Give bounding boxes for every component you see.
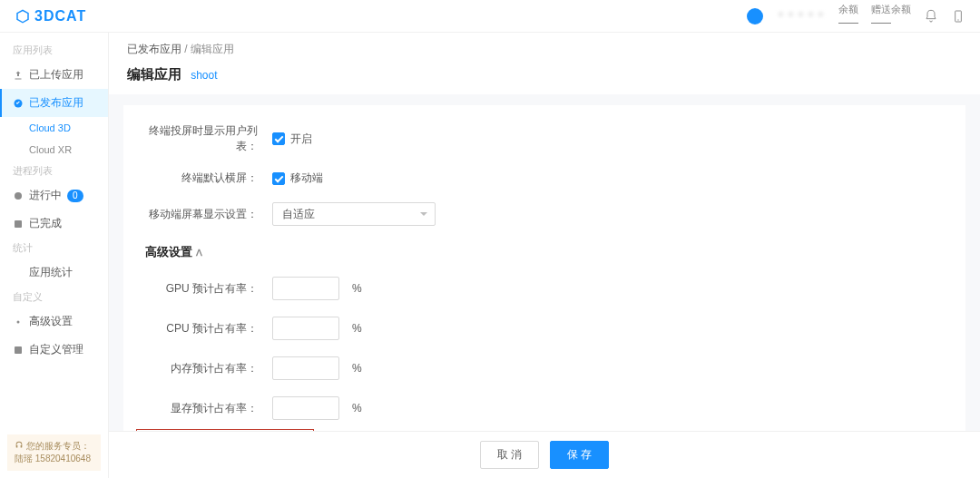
- label-cpu: CPU 预计占有率：: [145, 321, 272, 337]
- save-button[interactable]: 保 存: [550, 441, 609, 469]
- section-advanced[interactable]: 高级设置 ᐱ: [145, 244, 944, 260]
- input-mem[interactable]: [272, 356, 339, 380]
- label-screen-display: 移动端屏幕显示设置：: [145, 207, 272, 222]
- sidebar-group-stat: 统计: [0, 238, 108, 259]
- sidebar-item-finished[interactable]: 已完成: [0, 210, 108, 238]
- loading-icon: [13, 190, 24, 201]
- main: 已发布应用 / 编辑应用 编辑应用 shoot 终端投屏时显示用户列表： 开启 …: [109, 33, 980, 478]
- page-title: 编辑应用 shoot: [109, 66, 980, 94]
- manage-icon: [13, 345, 24, 356]
- pct: %: [352, 282, 362, 295]
- breadcrumb-a[interactable]: 已发布应用: [127, 43, 181, 55]
- sidebar-item-custommgmt[interactable]: 自定义管理: [0, 336, 108, 364]
- highlight-voice: 语音交互 ? ： 开启 目前该功能仅支持包机: [136, 429, 314, 431]
- row-mem: 内存预计占有率： %: [145, 356, 944, 380]
- balance-label: 余额: [838, 4, 858, 15]
- sidebar-item-label: 自定义管理: [29, 342, 83, 357]
- sidebar-sub-cloud3d[interactable]: Cloud 3D: [0, 117, 108, 139]
- service-contact: 陆瑶 15820410648: [15, 454, 91, 463]
- chart-icon: [13, 268, 24, 278]
- sidebar-item-advset[interactable]: 高级设置: [0, 307, 108, 336]
- app-name: shoot: [191, 69, 217, 82]
- content: 终端投屏时显示用户列表： 开启 终端默认横屏： 移动端 移动端屏幕显示设置： 自…: [123, 105, 965, 431]
- input-vram[interactable]: [272, 396, 339, 420]
- balance-stat: 余额 ——: [838, 4, 858, 27]
- sidebar-item-label: 应用统计: [29, 265, 73, 280]
- sidebar-item-label: 高级设置: [29, 314, 73, 329]
- row-vram: 显存预计占有率： %: [145, 396, 944, 420]
- logo-icon: [15, 8, 31, 24]
- checkbox-show-user-list[interactable]: [272, 132, 285, 145]
- sidebar-group-app: 应用列表: [0, 40, 108, 61]
- sidebar-item-uploaded[interactable]: 已上传应用: [0, 61, 108, 89]
- page-title-text: 编辑应用: [127, 66, 181, 82]
- bonus-value: ——: [871, 16, 891, 28]
- done-icon: [13, 219, 24, 229]
- sidebar: 应用列表 已上传应用 已发布应用 Cloud 3D Cloud XR 进程列表 …: [0, 33, 109, 478]
- svg-rect-4: [15, 220, 22, 228]
- sidebar-item-label: 进行中: [29, 188, 62, 203]
- sidebar-group-proc: 进程列表: [0, 161, 108, 181]
- sidebar-item-appstat[interactable]: 应用统计: [0, 259, 108, 287]
- breadcrumb: 已发布应用 / 编辑应用: [109, 33, 980, 66]
- sidebar-item-label: 已完成: [29, 216, 62, 231]
- label-gpu: GPU 预计占有率：: [145, 281, 272, 297]
- balance-value: ——: [838, 16, 858, 28]
- label-default-landscape: 终端默认横屏：: [145, 171, 272, 186]
- checkbox-label: 移动端: [290, 171, 323, 186]
- row-screen-display: 移动端屏幕显示设置： 自适应: [145, 202, 944, 226]
- label-show-user-list: 终端投屏时显示用户列表：: [145, 123, 272, 154]
- select-screen-display[interactable]: 自适应: [272, 202, 436, 226]
- svg-point-3: [15, 192, 22, 200]
- pct: %: [352, 402, 362, 415]
- label-mem: 内存预计占有率：: [145, 361, 272, 376]
- mobile-icon[interactable]: [951, 9, 965, 24]
- pct: %: [352, 322, 362, 335]
- pct: %: [352, 362, 362, 375]
- check-circle-icon: [13, 98, 24, 109]
- bonus-stat: 赠送余额 ——: [871, 4, 911, 27]
- breadcrumb-b: 编辑应用: [191, 43, 234, 55]
- sidebar-item-published[interactable]: 已发布应用: [0, 89, 108, 117]
- brand-text: 3DCAT: [34, 8, 86, 24]
- topbar-right: ＊＊＊＊＊ 余额 —— 赠送余额 ——: [747, 4, 965, 27]
- username: ＊＊＊＊＊: [776, 9, 826, 23]
- label-vram: 显存预计占有率：: [145, 401, 272, 416]
- input-gpu[interactable]: [272, 277, 339, 300]
- sidebar-sub-cloudxr[interactable]: Cloud XR: [0, 139, 108, 161]
- headset-icon: [15, 441, 24, 450]
- sidebar-item-label: 已上传应用: [29, 67, 83, 83]
- footer: 取 消 保 存: [109, 431, 980, 478]
- section-advanced-text: 高级设置: [145, 244, 192, 260]
- service-title: 您的服务专员：: [26, 441, 90, 451]
- checkbox-default-landscape[interactable]: [272, 172, 285, 185]
- topbar: 3DCAT ＊＊＊＊＊ 余额 —— 赠送余额 ——: [0, 0, 980, 33]
- sidebar-item-label: 已发布应用: [29, 95, 83, 111]
- svg-rect-6: [15, 346, 22, 354]
- row-default-landscape: 终端默认横屏： 移动端: [145, 171, 944, 186]
- logo[interactable]: 3DCAT: [15, 8, 86, 24]
- running-badge: 0: [67, 190, 83, 202]
- svg-point-5: [17, 320, 20, 323]
- breadcrumb-sep: /: [184, 43, 187, 55]
- upload-icon: [13, 70, 24, 81]
- shell: 应用列表 已上传应用 已发布应用 Cloud 3D Cloud XR 进程列表 …: [0, 33, 980, 478]
- row-cpu: CPU 预计占有率： %: [145, 317, 944, 340]
- gear-icon: [13, 317, 24, 327]
- checkbox-label: 开启: [290, 132, 312, 147]
- sidebar-item-running[interactable]: 进行中 0: [0, 181, 108, 210]
- bell-icon[interactable]: [924, 9, 938, 24]
- row-gpu: GPU 预计占有率： %: [145, 277, 944, 300]
- bonus-label: 赠送余额: [871, 4, 911, 15]
- cancel-button[interactable]: 取 消: [480, 441, 539, 469]
- service-box: 您的服务专员： 陆瑶 15820410648: [7, 434, 101, 471]
- chevron-up-icon: ᐱ: [196, 248, 202, 258]
- avatar[interactable]: [747, 8, 763, 24]
- sidebar-group-custom: 自定义: [0, 287, 108, 307]
- row-show-user-list: 终端投屏时显示用户列表： 开启: [145, 123, 944, 154]
- input-cpu[interactable]: [272, 317, 339, 340]
